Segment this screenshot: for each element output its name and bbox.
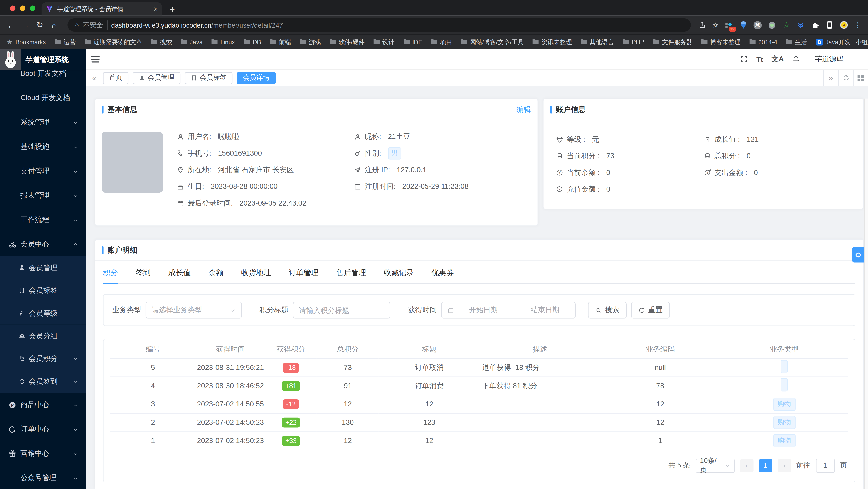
sidebar-item-member-group[interactable]: 会员分组	[0, 325, 86, 347]
address-bar[interactable]: ⚠ 不安全 dashboard-vue3.yudao.iocoder.cn/me…	[67, 18, 691, 32]
bookmark-folder[interactable]: 游戏	[300, 38, 321, 46]
bookmark-star-icon[interactable]: ☆	[712, 21, 719, 29]
bookmark-folder[interactable]: IDE	[403, 39, 422, 45]
sidebar-item-product-center[interactable]: P 商品中心	[0, 393, 86, 417]
tab-orders[interactable]: 订单管理	[289, 268, 318, 283]
tab-points[interactable]: 积分	[103, 268, 118, 283]
table-row[interactable]: 2 2023-07-02 14:50:23 +22 130 123 12 购物	[110, 413, 848, 431]
current-user[interactable]: 芋道源码	[815, 54, 844, 64]
sidebar-item-cloud-docs[interactable]: Cloud 开发文档	[0, 86, 86, 110]
sidebar-item-official-account[interactable]: 公众号管理	[0, 466, 86, 489]
extension-device-icon[interactable]	[825, 21, 834, 29]
table-row[interactable]: 5 2023-08-31 19:56:21 -18 73 订单取消 退单获得 -…	[110, 358, 848, 377]
close-window-button[interactable]	[10, 5, 16, 11]
share-icon[interactable]	[699, 21, 706, 29]
end-date-placeholder[interactable]: 结束日期	[521, 305, 569, 315]
tab-member-detail[interactable]: 会员详情	[237, 72, 276, 84]
language-icon[interactable]: 文A	[771, 54, 784, 64]
browser-menu-icon[interactable]: ⋮	[854, 21, 861, 29]
bookmark-folder[interactable]: 软件/硬件	[330, 38, 365, 46]
next-page-button[interactable]: ›	[777, 459, 791, 472]
tab-coupons[interactable]: 优惠券	[432, 268, 454, 283]
reload-button[interactable]: ↻	[34, 20, 45, 30]
page-scrollbar[interactable]	[864, 99, 868, 489]
bookmark-folder[interactable]: 设计	[373, 38, 395, 46]
sidebar-item-workflow[interactable]: 工作流程	[0, 208, 86, 232]
settings-gear-button[interactable]: ⚙	[852, 247, 864, 262]
home-button[interactable]: ⌂	[49, 20, 60, 30]
bookmark-folder[interactable]: 其他语言	[581, 38, 614, 46]
bookmark-folder[interactable]: 搜索	[151, 38, 172, 46]
sidebar-item-system[interactable]: 系统管理	[0, 110, 86, 134]
forward-button[interactable]: →	[20, 20, 31, 30]
bookmarks-root[interactable]: ★Bookmarks	[7, 38, 46, 46]
extensions-puzzle-icon[interactable]	[811, 21, 819, 29]
bookmark-folder[interactable]: PHP	[623, 39, 644, 45]
extension-record-icon[interactable]	[768, 21, 776, 29]
sidebar-item-pay[interactable]: 支付管理	[0, 159, 86, 183]
zoom-window-button[interactable]	[30, 5, 35, 11]
table-row[interactable]: 3 2023-07-02 14:50:55 -12 12 12 12 购物	[110, 395, 848, 413]
window-controls[interactable]	[10, 5, 35, 11]
points-title-input[interactable]	[293, 302, 390, 318]
bookmark-folder[interactable]: 2014-4	[749, 39, 777, 45]
bookmark-folder[interactable]: 文件服务器	[653, 38, 692, 46]
bookmark-folder[interactable]: Linux	[212, 39, 235, 45]
tab-balance[interactable]: 余额	[209, 268, 223, 283]
tab-close-icon[interactable]: ×	[154, 5, 158, 12]
sidebar-item-member-manage[interactable]: 会员管理	[0, 256, 86, 279]
refresh-page-icon[interactable]	[838, 70, 853, 86]
bookmark-folder[interactable]: 近期需要读的文章	[85, 38, 142, 46]
bookmark-folder[interactable]: 生活	[786, 38, 807, 46]
bookmark-folder[interactable]: 资讯未整理	[533, 38, 572, 46]
profile-avatar[interactable]	[840, 21, 848, 29]
security-label[interactable]: 不安全	[83, 20, 108, 30]
bookmark-folder[interactable]: 博客未整理	[701, 38, 741, 46]
bookmark-folder[interactable]: 运营	[55, 38, 76, 46]
font-size-icon[interactable]: Tt	[756, 55, 763, 63]
extension-command-icon[interactable]: ⌘	[753, 21, 762, 29]
fullscreen-icon[interactable]	[740, 55, 748, 63]
tab-favorites[interactable]: 收藏记录	[384, 268, 414, 283]
minimize-window-button[interactable]	[20, 5, 26, 11]
sidebar-item-member-center[interactable]: 会员中心	[0, 232, 86, 256]
table-row[interactable]: 1 2023-07-02 14:50:23 +33 12 12 1 购物	[110, 431, 848, 450]
page-size-select[interactable]: 10条/页	[695, 458, 734, 473]
tab-member-tag[interactable]: 会员标签	[185, 72, 232, 84]
new-tab-button[interactable]: +	[170, 4, 175, 14]
sidebar-item-marketing-center[interactable]: 营销中心	[0, 441, 86, 466]
bookmark-folder[interactable]: 前端	[270, 38, 291, 46]
notification-bell-icon[interactable]	[792, 55, 800, 63]
tab-growth[interactable]: 成长值	[168, 268, 191, 283]
extension-diamond-icon[interactable]: 12	[724, 21, 733, 29]
start-date-placeholder[interactable]: 开始日期	[459, 305, 508, 315]
prev-page-button[interactable]: ‹	[740, 459, 753, 472]
sidebar-item-member-points[interactable]: 会员积分	[0, 347, 86, 370]
extension-star-icon[interactable]: ☆	[782, 21, 790, 29]
date-range-picker[interactable]: 开始日期 – 结束日期	[441, 302, 576, 318]
tab-home[interactable]: 首页	[103, 72, 128, 84]
sidebar-item-order-center[interactable]: 订单中心	[0, 417, 86, 441]
browser-tab[interactable]: 芋道管理系统 - 会员详情 ×	[41, 2, 162, 16]
extension-chevrons-icon[interactable]	[797, 21, 805, 29]
bookmark-item-java[interactable]: BJava开发 | 小组首...	[816, 38, 868, 46]
scroll-right-icon[interactable]: »	[823, 70, 838, 86]
back-button[interactable]: ←	[5, 20, 17, 30]
sidebar-item-member-level[interactable]: 会员等级	[0, 302, 86, 325]
tab-aftersale[interactable]: 售后管理	[336, 268, 366, 283]
tab-member-manage[interactable]: 会员管理	[133, 72, 180, 84]
scroll-left-icon[interactable]: «	[92, 73, 103, 82]
goto-page-input[interactable]	[816, 458, 835, 473]
sidebar-item-member-tag[interactable]: 会员标签	[0, 279, 86, 302]
app-logo[interactable]: 芋道管理系统	[0, 49, 86, 70]
table-row[interactable]: 4 2023-08-30 18:46:52 +81 91 订单消费 下单获得 8…	[110, 376, 848, 395]
current-page[interactable]: 1	[759, 459, 772, 472]
tab-signin[interactable]: 签到	[135, 268, 151, 283]
reset-button[interactable]: 重置	[631, 302, 670, 318]
bookmark-folder[interactable]: 网站/博客/文章/工具	[461, 38, 524, 46]
edit-button[interactable]: 编辑	[517, 104, 531, 114]
biz-type-select[interactable]: 请选择业务类型	[146, 302, 242, 318]
bookmark-folder[interactable]: DB	[244, 39, 261, 45]
sidebar-item-report[interactable]: 报表管理	[0, 183, 86, 208]
bookmark-folder[interactable]: 项目	[431, 38, 452, 46]
